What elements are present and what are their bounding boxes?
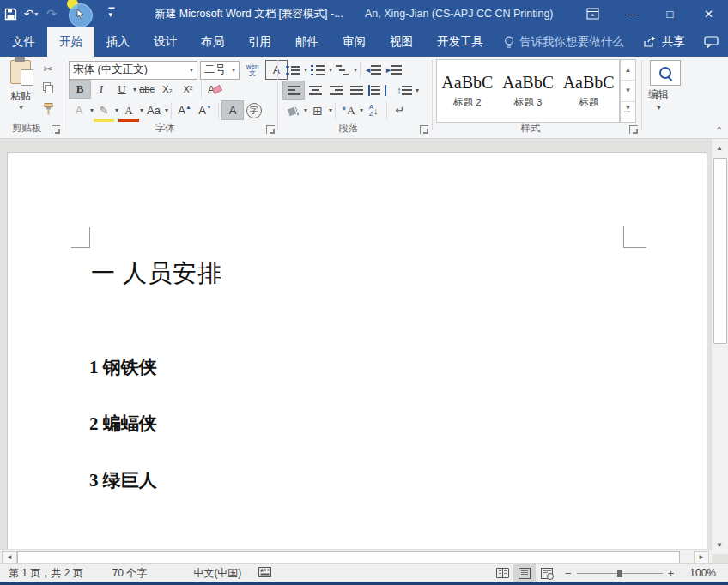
text-effects-icon[interactable]: A xyxy=(69,101,89,119)
tab-view[interactable]: 视图 xyxy=(378,27,425,57)
italic-button[interactable]: I xyxy=(91,81,112,99)
web-layout-icon[interactable] xyxy=(536,564,558,582)
subscript-button[interactable]: X₂ xyxy=(157,81,178,99)
strikethrough-button[interactable]: abc xyxy=(136,81,157,99)
document-line-3[interactable]: 3 绿巨人 xyxy=(89,468,157,492)
change-case-dropdown-icon[interactable]: ▾ xyxy=(165,106,168,114)
document-heading[interactable]: 一 人员安排 xyxy=(91,257,222,290)
font-dialog-launcher-icon[interactable] xyxy=(266,125,275,134)
maximize-button[interactable]: □ xyxy=(651,0,689,27)
align-center-button[interactable] xyxy=(305,81,325,100)
tab-file[interactable]: 文件 xyxy=(0,27,47,57)
font-name-combobox[interactable]: 宋体 (中文正文)▾ xyxy=(69,61,197,80)
sort-icon[interactable]: AZ↓ xyxy=(363,101,384,119)
scroll-down-icon[interactable]: ▼ xyxy=(713,538,726,552)
style-heading2[interactable]: AaBbC 标题 2 xyxy=(437,60,498,122)
character-shading-icon[interactable]: A xyxy=(221,100,244,120)
underline-button[interactable]: U xyxy=(112,81,132,99)
gallery-up-icon[interactable]: ▲ xyxy=(621,60,635,81)
font-color-icon[interactable]: A xyxy=(118,101,139,119)
ribbon-display-options-icon[interactable] xyxy=(573,0,612,27)
style-heading3[interactable]: AaBbC 标题 3 xyxy=(498,60,559,122)
clear-formatting-icon[interactable]: A xyxy=(204,81,225,99)
print-layout-icon[interactable] xyxy=(513,564,536,582)
zoom-in-icon[interactable]: + xyxy=(668,567,675,580)
scroll-left-icon[interactable]: ◄ xyxy=(2,551,17,564)
clipboard-dialog-launcher-icon[interactable] xyxy=(52,125,60,134)
zoom-out-icon[interactable]: − xyxy=(565,567,572,580)
tab-design[interactable]: 设计 xyxy=(142,27,189,57)
tab-home[interactable]: 开始 xyxy=(47,27,94,57)
editing-dropdown-icon[interactable]: ▾ xyxy=(657,104,660,112)
multilevel-list-icon[interactable] xyxy=(332,61,353,79)
align-right-button[interactable] xyxy=(325,81,346,100)
format-painter-icon[interactable] xyxy=(38,100,58,118)
gallery-down-icon[interactable]: ▼ xyxy=(621,81,635,101)
change-case-icon[interactable]: Aa xyxy=(143,101,164,119)
tab-insert[interactable]: 插入 xyxy=(94,27,142,57)
gallery-more-icon[interactable]: ▼▔ xyxy=(621,102,635,122)
undo-button[interactable]: ↶▾ xyxy=(21,3,41,25)
tab-mailings[interactable]: 邮件 xyxy=(283,27,331,57)
bold-button[interactable]: B xyxy=(69,80,91,99)
enclose-characters-icon[interactable]: 字 xyxy=(244,101,264,119)
language-status[interactable]: 中文(中国) xyxy=(185,566,250,581)
phonetic-guide-icon[interactable]: wén文 xyxy=(242,61,263,79)
font-size-combobox[interactable]: 二号▾ xyxy=(200,61,240,80)
borders-dropdown-icon[interactable]: ▾ xyxy=(329,106,332,114)
document-canvas[interactable]: 一 人员安排 1 钢铁侠 2 蝙蝠侠 3 绿巨人 xyxy=(0,139,728,563)
numbering-icon[interactable] xyxy=(307,61,328,79)
decrease-indent-icon[interactable]: ◂ xyxy=(363,61,384,79)
show-formatting-marks-icon[interactable]: ↵ xyxy=(390,101,410,119)
paste-button[interactable]: 粘贴 ▾ xyxy=(4,60,37,124)
input-method-icon[interactable] xyxy=(250,567,280,580)
cut-icon[interactable]: ✂ xyxy=(38,60,58,78)
distribute-button[interactable] xyxy=(367,81,388,100)
style-heading[interactable]: AaBbC 标题 xyxy=(558,60,619,122)
zoom-percentage[interactable]: 100% xyxy=(681,567,728,579)
vertical-scroll-thumb[interactable] xyxy=(713,158,727,344)
grow-font-icon[interactable]: A▲ xyxy=(174,101,195,119)
scroll-up-icon[interactable]: ▲ xyxy=(713,141,726,155)
shrink-font-icon[interactable]: A▼ xyxy=(195,101,215,119)
paragraph-dialog-launcher-icon[interactable] xyxy=(420,125,428,134)
document-line-2[interactable]: 2 蝙蝠侠 xyxy=(89,412,157,436)
chevron-down-icon[interactable]: ▾ xyxy=(227,66,235,74)
minimize-button[interactable]: — xyxy=(612,0,651,27)
find-button[interactable] xyxy=(650,60,681,86)
comment-icon[interactable] xyxy=(694,28,728,56)
page-number-status[interactable]: 第 1 页，共 2 页 xyxy=(0,566,92,581)
tab-layout[interactable]: 布局 xyxy=(189,27,236,57)
superscript-button[interactable]: X² xyxy=(178,81,198,99)
read-mode-icon[interactable] xyxy=(491,564,513,582)
zoom-slider[interactable] xyxy=(577,573,663,574)
borders-icon[interactable]: ⊞ xyxy=(307,101,328,119)
paste-dropdown-arrow-icon[interactable]: ▾ xyxy=(19,104,22,112)
tell-me-box[interactable]: 告诉我你想要做什么 xyxy=(495,27,633,57)
tab-review[interactable]: 审阅 xyxy=(331,27,378,57)
multilevel-dropdown-icon[interactable]: ▾ xyxy=(354,66,357,74)
styles-dialog-launcher-icon[interactable] xyxy=(629,125,638,134)
horizontal-scrollbar[interactable]: ◄ ► xyxy=(0,549,712,564)
scroll-right-icon[interactable]: ► xyxy=(694,551,709,564)
asian-layout-icon[interactable]: *A xyxy=(338,101,359,119)
tab-references[interactable]: 引用 xyxy=(236,27,283,57)
document-line-1[interactable]: 1 钢铁侠 xyxy=(89,355,157,379)
bullets-icon[interactable] xyxy=(282,61,303,79)
highlight-color-icon[interactable]: ✎ xyxy=(94,101,114,119)
vertical-scrollbar[interactable]: ▲ ▼ xyxy=(711,139,728,554)
line-spacing-dropdown-icon[interactable]: ▾ xyxy=(416,87,419,94)
customize-qat-dropdown-icon[interactable]: ▔▾ xyxy=(101,3,122,25)
share-button[interactable]: 共享 xyxy=(634,27,694,57)
collapse-ribbon-icon[interactable]: ⌃ xyxy=(716,125,723,135)
close-button[interactable]: ✕ xyxy=(689,0,728,27)
chevron-down-icon[interactable]: ▾ xyxy=(185,66,193,74)
document-page[interactable]: 一 人员安排 1 钢铁侠 2 蝙蝠侠 3 绿巨人 xyxy=(7,152,707,564)
align-left-button[interactable] xyxy=(282,81,305,100)
shading-icon[interactable] xyxy=(282,101,303,119)
redo-icon[interactable]: ↷ xyxy=(41,3,62,25)
copy-icon[interactable] xyxy=(38,79,58,97)
zoom-slider-thumb[interactable] xyxy=(617,570,622,577)
save-icon[interactable] xyxy=(0,3,21,25)
word-count-status[interactable]: 70 个字 xyxy=(104,566,156,581)
